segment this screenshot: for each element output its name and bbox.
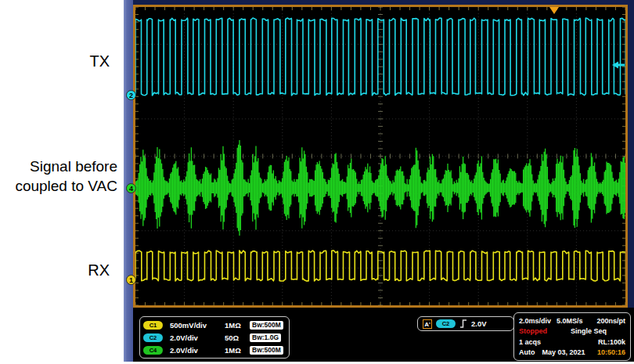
datetime-row: Auto May 03, 2021 10:50:16 [519,348,625,356]
channel-settings-box[interactable]: C1 500mV/div 1MΩ Bw:500M C2 2.0V/div 50Ω… [139,316,290,359]
acq-status-row: Stopped Single Seq [519,327,625,335]
signal-label-line1: Signal before [0,157,117,176]
channel-4-badge[interactable]: C4 [143,346,163,355]
acq-count-row: 1 acqs RL:100k [519,338,625,346]
channel-4-bandwidth: Bw:500M [250,346,283,355]
channel-2-scale: 2.0V/div [170,333,223,342]
waveform-display[interactable] [133,5,628,308]
channel-4-scale: 2.0V/div [170,346,223,355]
horizontal-settings-box[interactable]: 2.0ms/div 5.0MS/s 200ns/pt Stopped Singl… [513,312,631,361]
tx-label: TX [0,52,124,70]
channel-1-scale: 500mV/div [170,321,223,330]
resolution-value: 200ns/pt [596,317,625,325]
trigger-mode: Auto [519,348,535,356]
channel-4-marker[interactable]: 4 [126,183,136,193]
signal-label-line2: coupled to VAC [0,176,117,196]
channel-2-bandwidth: Bw:1.0G [250,333,281,342]
channel-2-impedance: 50Ω [225,333,248,342]
rising-edge-icon [459,319,467,329]
channel-1-badge[interactable]: C1 [143,321,163,330]
channel-1-row[interactable]: C1 500mV/div 1MΩ Bw:500M [143,321,286,330]
channel-4-impedance: 1MΩ [225,346,248,355]
oscilloscope-window: 2 4 1 C1 500mV/div 1MΩ Bw:500M C2 2.0V/d… [124,0,634,362]
channel-2-badge[interactable]: C2 [143,333,163,342]
timebase-row: 2.0ms/div 5.0MS/s 200ns/pt [519,317,625,325]
trigger-settings-box[interactable]: A' C2 2.0V [417,316,514,331]
acq-count: 1 acqs [519,338,541,346]
trigger-source-badge[interactable]: C2 [436,319,456,328]
channel-2-row[interactable]: C2 2.0V/div 50Ω Bw:1.0G [143,333,286,342]
rx-label: RX [0,261,124,279]
acq-status: Stopped [519,327,547,335]
signal-label: Signal before coupled to VAC [0,157,124,196]
date-value: May 03, 2021 [542,348,585,356]
trigger-level-value: 2.0V [471,319,487,328]
channel-1-marker[interactable]: 1 [126,275,136,285]
channel-1-bandwidth: Bw:500M [250,321,283,330]
channel-1-impedance: 1MΩ [225,321,248,330]
annotation-area: TX Signal before coupled to VAC RX [0,0,124,364]
channel-2-marker[interactable]: 2 [126,90,136,100]
acq-mode: Single Seq [571,327,607,335]
channel-4-row[interactable]: C4 2.0V/div 1MΩ Bw:500M [143,346,286,355]
waveform-svg [135,7,625,305]
record-length: RL:100k [598,338,625,346]
window-left-strip [124,0,133,362]
timebase-value: 2.0ms/div [519,317,551,325]
trigger-a-icon: A' [423,319,432,329]
sample-rate-value: 5.0MS/s [557,317,583,325]
time-value: 10:50:16 [597,348,625,356]
